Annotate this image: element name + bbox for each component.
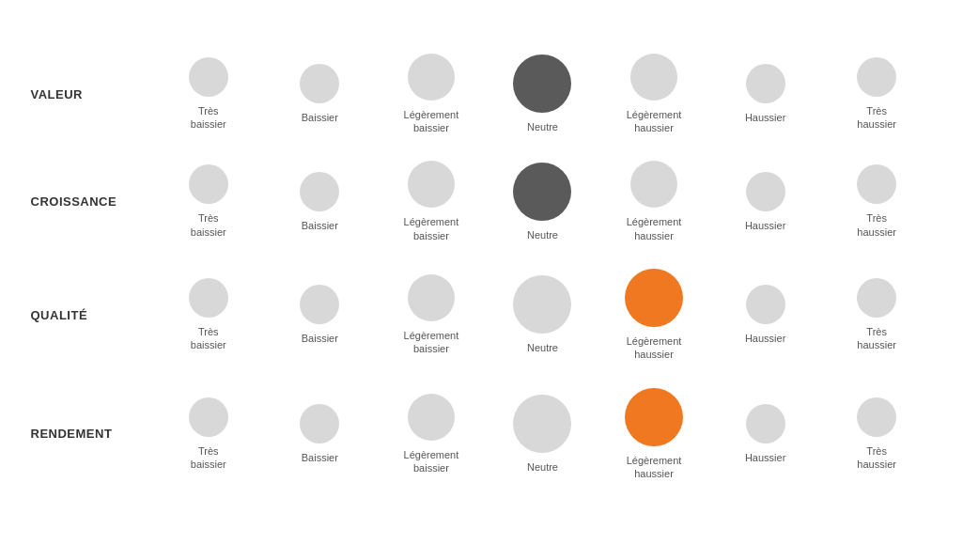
circle-item-croissance-2[interactable]: Légèrementbaissier [380,161,483,242]
circle-item-qualite-6[interactable]: Trèshaussier [825,278,928,352]
circle-valeur-1 [300,64,339,103]
circle-croissance-5 [746,172,785,211]
circle-label-croissance-3: Neutre [527,228,558,241]
circle-label-croissance-4: Légèrementhaussier [627,215,682,242]
circle-rendement-5 [746,404,785,443]
circle-rendement-2 [408,394,455,441]
circle-item-croissance-0[interactable]: Trèsbaissier [157,164,260,239]
circle-qualite-6 [857,278,896,318]
circle-rendement-1 [300,404,339,443]
circle-label-valeur-4: Légèrementhaussier [627,108,682,135]
circle-valeur-4 [630,54,677,101]
row-rendement: RENDEMENTTrèsbaissierBaissierLégèrementb… [31,388,933,481]
circle-label-croissance-5: Haussier [745,219,785,232]
circle-croissance-0 [189,164,228,204]
row-croissance: CROISSANCETrèsbaissierBaissierLégèrement… [31,161,933,242]
circle-qualite-0 [189,278,228,318]
circle-item-qualite-5[interactable]: Haussier [714,285,817,345]
circle-qualite-5 [746,285,785,324]
circle-item-valeur-5[interactable]: Haussier [714,64,817,124]
circle-item-croissance-4[interactable]: Légèrementhaussier [602,161,706,242]
circles-qualite: TrèsbaissierBaissierLégèrementbaissierNe… [153,269,933,362]
circle-item-rendement-2[interactable]: Légèrementbaissier [380,394,483,475]
circle-item-valeur-3[interactable]: Neutre [490,54,594,133]
row-qualite: QUALITÉTrèsbaissierBaissierLégèrementbai… [31,269,933,362]
circle-qualite-2 [408,274,455,321]
circle-label-valeur-6: Trèshaussier [857,104,896,132]
circle-qualite-4 [625,269,683,327]
circle-item-rendement-1[interactable]: Baissier [268,404,371,464]
circle-item-qualite-0[interactable]: Trèsbaissier [157,278,260,352]
circle-label-qualite-4: Légèrementhaussier [627,334,682,362]
circle-label-valeur-5: Haussier [745,111,785,124]
circle-valeur-2 [408,54,455,101]
circle-label-qualite-5: Haussier [745,332,785,345]
row-valeur: VALEURTrèsbaissierBaissierLégèrementbais… [31,54,933,135]
circle-label-valeur-0: Trèsbaissier [191,104,226,132]
circle-qualite-1 [300,285,339,324]
circle-label-qualite-6: Trèshaussier [857,325,896,352]
circle-item-croissance-1[interactable]: Baissier [268,172,371,232]
circle-item-valeur-4[interactable]: Légèrementhaussier [602,54,706,135]
circle-label-qualite-1: Baissier [302,332,338,345]
circle-item-croissance-6[interactable]: Trèshaussier [825,164,928,239]
circle-label-rendement-2: Légèrementbaissier [404,448,459,475]
circle-label-rendement-1: Baissier [302,451,338,464]
circle-croissance-1 [300,172,339,211]
circle-item-qualite-1[interactable]: Baissier [268,285,371,345]
circle-label-qualite-0: Trèsbaissier [191,325,226,352]
label-qualite: QUALITÉ [31,308,153,322]
circles-croissance: TrèsbaissierBaissierLégèrementbaissierNe… [153,161,933,242]
circle-item-qualite-3[interactable]: Neutre [490,275,594,354]
circle-valeur-0 [189,57,228,97]
circle-croissance-4 [630,161,677,208]
circle-item-valeur-2[interactable]: Légèrementbaissier [380,54,483,135]
circle-label-valeur-3: Neutre [527,120,558,133]
circle-label-rendement-0: Trèsbaissier [191,444,226,472]
circle-rendement-4 [625,388,683,446]
label-valeur: VALEUR [31,87,153,101]
circle-croissance-3 [513,163,571,221]
circle-label-croissance-1: Baissier [302,219,338,232]
circle-item-rendement-3[interactable]: Neutre [490,395,594,474]
circle-item-valeur-6[interactable]: Trèshaussier [825,57,928,132]
circle-label-qualite-3: Neutre [527,341,558,354]
circle-valeur-3 [513,54,571,113]
circle-croissance-2 [408,161,455,208]
circle-label-rendement-6: Trèshaussier [857,444,896,472]
circle-rendement-0 [189,397,228,437]
circle-qualite-3 [513,275,571,334]
circle-label-rendement-5: Haussier [745,451,785,464]
circles-rendement: TrèsbaissierBaissierLégèrementbaissierNe… [153,388,933,481]
circle-rendement-6 [857,397,896,437]
main-grid: VALEURTrèsbaissierBaissierLégèrementbais… [22,35,942,525]
circle-item-valeur-1[interactable]: Baissier [268,64,371,124]
circle-label-qualite-2: Légèrementbaissier [404,329,459,356]
label-croissance: CROISSANCE [31,194,153,209]
label-rendement: RENDEMENT [31,427,153,441]
circle-label-croissance-0: Trèsbaissier [191,211,226,239]
circle-item-croissance-5[interactable]: Haussier [714,172,817,232]
circle-label-croissance-6: Trèshaussier [857,211,896,239]
circle-label-valeur-2: Légèrementbaissier [404,108,459,135]
circle-label-valeur-1: Baissier [302,111,338,124]
circle-item-croissance-3[interactable]: Neutre [490,163,594,241]
circle-croissance-6 [857,164,896,204]
circle-valeur-5 [746,64,785,103]
circles-valeur: TrèsbaissierBaissierLégèrementbaissierNe… [153,54,933,135]
circle-item-rendement-0[interactable]: Trèsbaissier [157,397,260,472]
circle-label-rendement-4: Légèrementhaussier [627,454,682,481]
circle-item-rendement-4[interactable]: Légèrementhaussier [602,388,706,481]
circle-rendement-3 [513,395,571,453]
circle-valeur-6 [857,57,896,97]
circle-label-croissance-2: Légèrementbaissier [404,215,459,242]
circle-item-rendement-5[interactable]: Haussier [714,404,817,464]
circle-item-qualite-4[interactable]: Légèrementhaussier [602,269,706,362]
circle-item-rendement-6[interactable]: Trèshaussier [825,397,928,472]
circle-label-rendement-3: Neutre [527,460,558,474]
circle-item-qualite-2[interactable]: Légèrementbaissier [380,274,483,356]
circle-item-valeur-0[interactable]: Trèsbaissier [157,57,260,132]
